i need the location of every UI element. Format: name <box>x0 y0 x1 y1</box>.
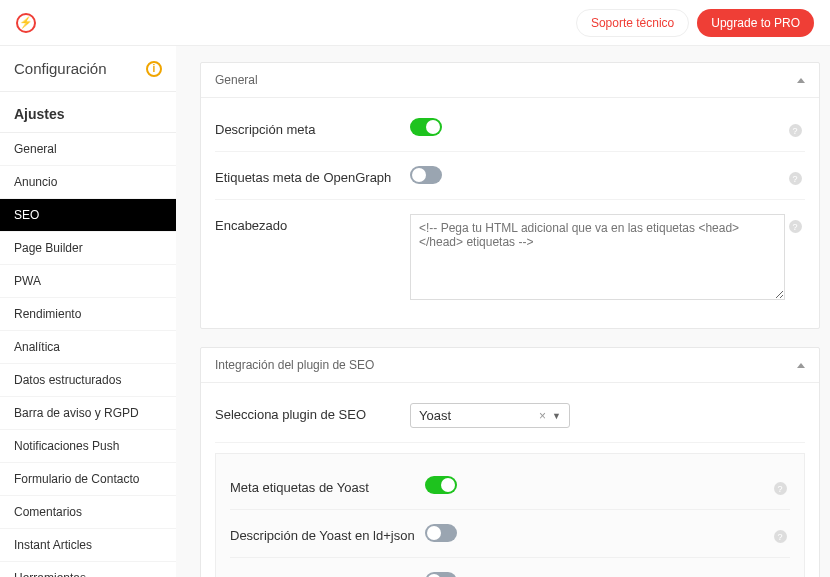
head-code-textarea[interactable] <box>410 214 785 300</box>
topbar-actions: Soporte técnico Upgrade to PRO <box>576 9 814 37</box>
clear-icon[interactable]: × <box>539 409 546 423</box>
sidebar-item-seo[interactable]: SEO <box>0 199 176 232</box>
seo-plugin-select[interactable]: Yoast × ▼ <box>410 403 570 428</box>
help-icon[interactable]: ? <box>789 124 802 137</box>
sidebar-item-herramientas[interactable]: Herramientas <box>0 562 176 577</box>
sidebar-item-barra-de-aviso-y-rgpd[interactable]: Barra de aviso y RGPD <box>0 397 176 430</box>
sidebar-item-formulario-de-contacto[interactable]: Formulario de Contacto <box>0 463 176 496</box>
sidebar-item-comentarios[interactable]: Comentarios <box>0 496 176 529</box>
meta-desc-label: Descripción meta <box>215 118 410 137</box>
og-tags-toggle[interactable] <box>410 166 442 184</box>
info-icon[interactable]: i <box>146 61 162 77</box>
sidebar-item-page-builder[interactable]: Page Builder <box>0 232 176 265</box>
card-seo-plugin-header[interactable]: Integración del plugin de SEO <box>201 348 819 383</box>
sidebar-title: Configuración <box>14 60 107 77</box>
og-tags-label: Etiquetas meta de OpenGraph <box>215 166 410 185</box>
sidebar-header: Configuración i <box>0 46 176 92</box>
yoast-desc-toggle[interactable] <box>425 524 457 542</box>
yoast-canon-toggle[interactable] <box>425 572 457 577</box>
topbar: ⚡ Soporte técnico Upgrade to PRO <box>0 0 830 46</box>
sidebar-item-datos-estructurados[interactable]: Datos estructurados <box>0 364 176 397</box>
card-general-title: General <box>215 73 258 87</box>
sidebar-nav: GeneralAnuncioSEOPage BuilderPWARendimie… <box>0 133 176 577</box>
chevron-up-icon <box>797 78 805 83</box>
help-icon[interactable]: ? <box>789 172 802 185</box>
sidebar-item-notificaciones-push[interactable]: Notificaciones Push <box>0 430 176 463</box>
meta-desc-toggle[interactable] <box>410 118 442 136</box>
help-icon[interactable]: ? <box>789 220 802 233</box>
head-code-label: Encabezado <box>215 214 410 233</box>
chevron-up-icon <box>797 363 805 368</box>
sidebar-item-rendimiento[interactable]: Rendimiento <box>0 298 176 331</box>
yoast-meta-label: Meta etiquetas de Yoast <box>230 476 425 495</box>
yoast-desc-label: Descripción de Yoast en ld+json <box>230 524 425 543</box>
sidebar: Configuración i Ajustes GeneralAnuncioSE… <box>0 46 176 577</box>
sidebar-item-analítica[interactable]: Analítica <box>0 331 176 364</box>
upgrade-button[interactable]: Upgrade to PRO <box>697 9 814 37</box>
sidebar-item-instant-articles[interactable]: Instant Articles <box>0 529 176 562</box>
card-general: General Descripción meta ? Etiquetas met… <box>200 62 820 329</box>
sidebar-item-anuncio[interactable]: Anuncio <box>0 166 176 199</box>
support-button[interactable]: Soporte técnico <box>576 9 689 37</box>
help-icon[interactable]: ? <box>774 530 787 543</box>
chevron-down-icon: ▼ <box>552 411 561 421</box>
main-content: General Descripción meta ? Etiquetas met… <box>176 46 830 577</box>
card-general-header[interactable]: General <box>201 63 819 98</box>
app-logo-icon: ⚡ <box>16 13 36 33</box>
sidebar-item-pwa[interactable]: PWA <box>0 265 176 298</box>
seo-plugin-select-value: Yoast <box>419 408 451 423</box>
sidebar-subtitle: Ajustes <box>0 92 176 133</box>
yoast-canon-label: Enlace canónico desde Yoast <box>230 572 425 577</box>
help-icon[interactable]: ? <box>774 482 787 495</box>
card-seo-plugin: Integración del plugin de SEO Selecciona… <box>200 347 820 577</box>
sidebar-item-general[interactable]: General <box>0 133 176 166</box>
yoast-subsection: Meta etiquetas de Yoast ? Descripción de… <box>215 453 805 577</box>
seo-plugin-select-label: Selecciona plugin de SEO <box>215 403 410 422</box>
yoast-meta-toggle[interactable] <box>425 476 457 494</box>
card-seo-plugin-title: Integración del plugin de SEO <box>215 358 374 372</box>
